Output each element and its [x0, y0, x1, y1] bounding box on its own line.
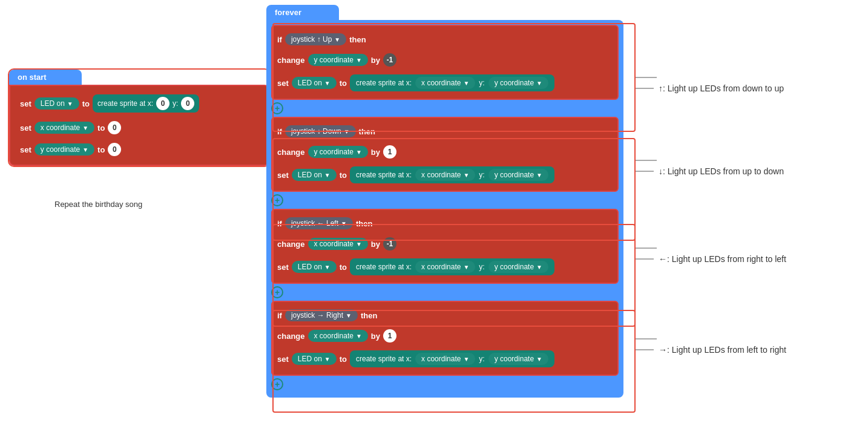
change-val-1-down[interactable]: 1 — [383, 145, 396, 159]
joystick-up-pill[interactable]: joystick ↑ Up ▼ — [285, 33, 346, 45]
on-start-header: on start — [9, 70, 82, 85]
y-val-zero[interactable]: 0 — [108, 143, 121, 156]
label-line-up — [636, 88, 654, 89]
x-val-zero[interactable]: 0 — [108, 121, 121, 134]
forever-block: forever if joystick ↑ Up ▼ then change y… — [266, 5, 623, 398]
set-x-coord-row: set x coordinate ▼ to 0 — [20, 119, 262, 137]
if-section-left: if joystick ← Left ▼ then change x coord… — [271, 209, 619, 284]
label-line-left — [636, 258, 654, 260]
x-coord-sprite-up[interactable]: x coordinate ▼ — [415, 77, 475, 89]
label-down: ↓: Light up LEDs from up to down — [636, 166, 784, 176]
label-left: ←: Light up LEDs from right to left — [636, 254, 786, 264]
if-left-header: if joystick ← Left ▼ then — [277, 215, 613, 232]
label-right: →: Light up LEDs from left to right — [636, 345, 786, 355]
led-on-left-pill[interactable]: LED on ▼ — [292, 261, 337, 273]
canvas: on start set LED on ▼ to create sprite a… — [0, 0, 868, 423]
if-down-header: if joystick ↓ Down ▼ then — [277, 123, 613, 140]
x-coord-pill[interactable]: x coordinate ▼ — [35, 122, 94, 134]
joystick-left-pill[interactable]: joystick ← Left ▼ — [285, 217, 353, 229]
create-sprite-down: create sprite at x: x coordinate ▼ y: y … — [350, 166, 554, 183]
if-up-header: if joystick ↑ Up ▼ then — [277, 31, 613, 48]
led-on-up-pill[interactable]: LED on ▼ — [292, 77, 337, 89]
create-sprite-up: create sprite at x: x coordinate ▼ y: y … — [350, 74, 554, 91]
y-coord-change-up[interactable]: y coordinate ▼ — [308, 54, 368, 66]
label-down-text: ↓: Light up LEDs from up to down — [659, 166, 784, 176]
change-x-left-row: change x coordinate ▼ by -1 — [277, 235, 613, 253]
led-on-down-pill[interactable]: LED on ▼ — [292, 169, 337, 181]
create-sprite-block-1: create sprite at x: 0 y: 0 — [93, 94, 199, 113]
change-val-1-right[interactable]: 1 — [383, 329, 396, 343]
x-coord-sprite-right[interactable]: x coordinate ▼ — [415, 353, 475, 365]
on-start-body: set LED on ▼ to create sprite at x: 0 y:… — [9, 85, 269, 166]
set-led-down-row: set LED on ▼ to create sprite at x: x co… — [277, 164, 613, 186]
plus-right[interactable]: + — [271, 378, 283, 390]
x-val-0[interactable]: 0 — [156, 97, 169, 110]
y-coord-change-down[interactable]: y coordinate ▼ — [308, 146, 368, 158]
joystick-down-pill[interactable]: joystick ↓ Down ▼ — [285, 125, 356, 137]
y-coord-sprite-up[interactable]: y coordinate ▼ — [488, 77, 548, 89]
label-left-text: ←: Light up LEDs from right to left — [659, 254, 786, 264]
set-led-row: set LED on ▼ to create sprite at x: 0 y:… — [20, 92, 262, 115]
x-coord-change-left[interactable]: x coordinate ▼ — [308, 238, 368, 250]
label-line-down — [636, 171, 654, 172]
led-on-right-pill[interactable]: LED on ▼ — [292, 353, 337, 365]
set-y-coord-row: set y coordinate ▼ to 0 — [20, 140, 262, 159]
set-led-right-row: set LED on ▼ to create sprite at x: x co… — [277, 348, 613, 370]
x-coord-sprite-left[interactable]: x coordinate ▼ — [415, 261, 475, 273]
y-coord-sprite-right[interactable]: y coordinate ▼ — [488, 353, 548, 365]
joystick-right-pill[interactable]: joystick → Right ▼ — [285, 309, 358, 321]
plus-left[interactable]: + — [271, 286, 283, 298]
plus-up[interactable]: + — [271, 102, 283, 114]
forever-body: if joystick ↑ Up ▼ then change y coordin… — [266, 20, 623, 398]
if-right-header: if joystick → Right ▼ then — [277, 307, 613, 324]
label-line-right — [636, 349, 654, 350]
if-section-up: if joystick ↑ Up ▼ then change y coordin… — [271, 25, 619, 100]
repeat-caption: Repeat the birthday song — [54, 200, 142, 209]
x-coord-sprite-down[interactable]: x coordinate ▼ — [415, 169, 475, 181]
y-coord-sprite-left[interactable]: y coordinate ▼ — [488, 261, 548, 273]
label-up: ↑: Light up LEDs from down to up — [636, 84, 784, 93]
on-start-block: on start set LED on ▼ to create sprite a… — [9, 70, 269, 166]
change-y-up-row: change y coordinate ▼ by -1 — [277, 51, 613, 69]
plus-down[interactable]: + — [271, 194, 283, 206]
change-y-down-row: change y coordinate ▼ by 1 — [277, 143, 613, 161]
change-val-neg1-up[interactable]: -1 — [383, 53, 396, 67]
label-right-text: →: Light up LEDs from left to right — [659, 345, 786, 355]
create-sprite-left: create sprite at x: x coordinate ▼ y: y … — [350, 258, 554, 275]
create-sprite-right: create sprite at x: x coordinate ▼ y: y … — [350, 350, 554, 367]
y-val-0[interactable]: 0 — [181, 97, 194, 110]
set-led-left-row: set LED on ▼ to create sprite at x: x co… — [277, 256, 613, 278]
set-led-up-row: set LED on ▼ to create sprite at x: x co… — [277, 72, 613, 94]
if-section-right: if joystick → Right ▼ then change x coor… — [271, 301, 619, 376]
change-val-neg1-left[interactable]: -1 — [383, 237, 396, 251]
label-up-text: ↑: Light up LEDs from down to up — [659, 84, 784, 93]
x-coord-change-right[interactable]: x coordinate ▼ — [308, 330, 368, 342]
forever-header: forever — [266, 5, 339, 20]
y-coord-pill[interactable]: y coordinate ▼ — [35, 143, 94, 156]
if-section-down: if joystick ↓ Down ▼ then change y coord… — [271, 117, 619, 192]
y-coord-sprite-down[interactable]: y coordinate ▼ — [488, 169, 548, 181]
change-x-right-row: change x coordinate ▼ by 1 — [277, 327, 613, 345]
led-on-pill[interactable]: LED on ▼ — [35, 97, 79, 110]
